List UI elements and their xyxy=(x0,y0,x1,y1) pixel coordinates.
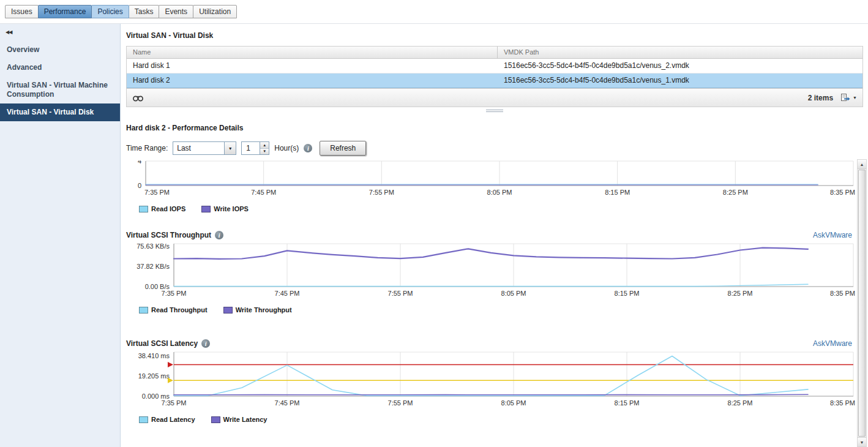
find-icon-glyph xyxy=(132,94,144,102)
legend-swatch xyxy=(139,206,148,212)
sidebar-item-advanced[interactable]: Advanced xyxy=(0,59,120,77)
latency-chart-canvas: 38.410 ms19.205 ms0.000 ms7:35 PM7:45 PM… xyxy=(126,351,868,412)
svg-text:7:55 PM: 7:55 PM xyxy=(369,189,394,196)
svg-text:8:25 PM: 8:25 PM xyxy=(723,189,748,196)
column-header-vmdk-path[interactable]: VMDK Path xyxy=(498,47,862,58)
svg-text:7:35 PM: 7:35 PM xyxy=(144,189,170,196)
stepper-down-icon[interactable]: ▼ xyxy=(260,149,269,155)
svg-text:8:35 PM: 8:35 PM xyxy=(830,399,855,407)
column-header-name[interactable]: Name xyxy=(127,47,498,58)
askvmware-link[interactable]: AskVMware xyxy=(813,339,852,348)
svg-text:8:15 PM: 8:15 PM xyxy=(605,189,630,196)
legend-item: Read Latency xyxy=(139,416,195,423)
legend-label: Read Latency xyxy=(151,416,195,423)
svg-text:7:45 PM: 7:45 PM xyxy=(251,189,276,196)
svg-text:8:35 PM: 8:35 PM xyxy=(830,290,855,297)
svg-text:7:35 PM: 7:35 PM xyxy=(162,290,187,297)
legend-label: Read IOPS xyxy=(151,205,185,212)
stepper-up-icon[interactable]: ▲ xyxy=(260,142,269,149)
sidebar-item-vsan-virtual-disk[interactable]: Virtual SAN - Virtual Disk xyxy=(0,103,120,121)
tab-policies[interactable]: Policies xyxy=(91,5,129,18)
tab-tasks[interactable]: Tasks xyxy=(129,5,160,18)
time-range-controls: Time Range: Last ▼ 1 ▲ ▼ Hour(s) i Refre… xyxy=(126,140,868,157)
scroll-up-icon[interactable]: ▲ xyxy=(858,160,866,169)
cell-vmdk-path: 1516ec56-3cc5-5dc4-b4f5-0c4de9bd5a1c/ven… xyxy=(498,73,862,88)
legend-label: Write Latency xyxy=(223,416,268,423)
main-panel: Virtual SAN - Virtual Disk Name VMDK Pat… xyxy=(121,24,868,447)
panel-splitter[interactable] xyxy=(121,107,868,115)
sidebar-nav: Overview Advanced Virtual SAN - Virtual … xyxy=(0,41,120,121)
splitter-handle-icon xyxy=(486,110,503,112)
iops-chart: 407:35 PM7:45 PM7:55 PM8:05 PM8:15 PM8:2… xyxy=(121,160,868,212)
scroll-down-icon[interactable]: ▼ xyxy=(858,437,866,446)
performance-details-panel: Hard disk 2 - Performance Details Time R… xyxy=(121,115,868,447)
collapse-sidebar-icon[interactable]: ◀◀ xyxy=(0,28,120,41)
legend-label: Read Throughput xyxy=(151,306,208,314)
time-range-dropdown[interactable]: Last ▼ xyxy=(173,141,236,155)
sidebar: ◀◀ Overview Advanced Virtual SAN - Virtu… xyxy=(0,24,121,447)
info-icon[interactable]: i xyxy=(215,231,223,239)
svg-text:7:55 PM: 7:55 PM xyxy=(388,290,413,297)
dropdown-caret-icon[interactable]: ▼ xyxy=(224,142,236,154)
svg-text:8:05 PM: 8:05 PM xyxy=(487,189,512,196)
legend-item: Read IOPS xyxy=(139,205,185,212)
virtual-disk-table-panel: Virtual SAN - Virtual Disk Name VMDK Pat… xyxy=(121,24,868,107)
svg-text:8:25 PM: 8:25 PM xyxy=(728,290,753,297)
legend-swatch xyxy=(139,416,148,423)
legend-label: Write IOPS xyxy=(214,205,249,212)
svg-text:4: 4 xyxy=(138,160,141,165)
export-menu-caret-icon[interactable]: ▼ xyxy=(853,96,857,100)
chart-title-latency: Virtual SCSI Latency xyxy=(126,339,198,348)
svg-text:8:15 PM: 8:15 PM xyxy=(615,290,640,297)
stepper-buttons: ▲ ▼ xyxy=(260,142,269,154)
table-footer: 2 items ▼ xyxy=(127,88,862,107)
content-area: ◀◀ Overview Advanced Virtual SAN - Virtu… xyxy=(0,23,868,447)
table-row-hard-disk-1[interactable]: Hard disk 1 1516ec56-3cc5-5dc4-b4f5-0c4d… xyxy=(127,59,862,73)
export-icon-glyph xyxy=(840,93,850,102)
disk-table: Name VMDK Path Hard disk 1 1516ec56-3cc5… xyxy=(126,46,863,107)
time-range-label: Time Range: xyxy=(126,144,168,152)
scrollbar-thumb[interactable] xyxy=(858,170,866,437)
svg-text:8:15 PM: 8:15 PM xyxy=(615,399,640,407)
tab-events[interactable]: Events xyxy=(159,5,193,18)
sidebar-item-vsan-vm-consumption[interactable]: Virtual SAN - Virtual Machine Consumptio… xyxy=(0,77,120,103)
svg-text:7:35 PM: 7:35 PM xyxy=(162,399,187,407)
iops-chart-canvas: 407:35 PM7:45 PM7:55 PM8:05 PM8:15 PM8:2… xyxy=(126,160,868,201)
askvmware-link[interactable]: AskVMware xyxy=(813,231,852,239)
find-icon[interactable] xyxy=(132,94,144,102)
legend-item: Write Latency xyxy=(211,416,268,423)
table-row-hard-disk-2[interactable]: Hard disk 2 1516ec56-3cc5-5dc4-b4f5-0c4d… xyxy=(127,73,862,88)
info-icon[interactable]: i xyxy=(201,339,210,348)
dropdown-value: Last xyxy=(173,144,224,152)
table-panel-title: Virtual SAN - Virtual Disk xyxy=(121,24,863,46)
info-icon[interactable]: i xyxy=(304,144,312,152)
hours-stepper[interactable]: 1 ▲ ▼ xyxy=(241,141,269,155)
tab-utilization[interactable]: Utilization xyxy=(193,5,237,18)
throughput-chart: Virtual SCSI Throughput i AskVMware 75.6… xyxy=(121,231,868,314)
svg-text:8:35 PM: 8:35 PM xyxy=(830,189,855,196)
svg-text:8:05 PM: 8:05 PM xyxy=(501,399,526,407)
table-header-row: Name VMDK Path xyxy=(127,47,862,59)
iops-legend: Read IOPSWrite IOPS xyxy=(139,205,868,212)
refresh-button[interactable]: Refresh xyxy=(320,141,366,156)
export-icon[interactable] xyxy=(840,93,850,102)
tab-issues[interactable]: Issues xyxy=(5,5,39,18)
legend-item: Write Throughput xyxy=(223,306,292,314)
svg-text:19.205 ms: 19.205 ms xyxy=(138,372,170,380)
latency-chart: Virtual SCSI Latency i AskVMware 38.410 … xyxy=(121,339,868,423)
legend-item: Read Throughput xyxy=(139,306,208,314)
svg-text:38.410 ms: 38.410 ms xyxy=(138,352,170,359)
vertical-scrollbar[interactable]: ▲ ▼ xyxy=(857,159,867,447)
legend-swatch xyxy=(211,416,220,423)
legend-swatch xyxy=(139,307,148,314)
throughput-chart-canvas: 75.63 KB/s37.82 KB/s0.00 B/s7:35 PM7:45 … xyxy=(126,243,868,302)
chart-canvas: 407:35 PM7:45 PM7:55 PM8:05 PM8:15 PM8:2… xyxy=(126,160,857,200)
cell-name: Hard disk 1 xyxy=(127,59,498,73)
svg-text:7:45 PM: 7:45 PM xyxy=(275,290,300,297)
chart-canvas: 75.63 KB/s37.82 KB/s0.00 B/s7:35 PM7:45 … xyxy=(126,243,857,301)
chart-title-throughput: Virtual SCSI Throughput xyxy=(126,231,211,239)
cell-name: Hard disk 2 xyxy=(127,73,498,88)
sidebar-item-overview[interactable]: Overview xyxy=(0,41,120,59)
tab-performance[interactable]: Performance xyxy=(38,5,92,18)
legend-label: Write Throughput xyxy=(236,306,292,314)
